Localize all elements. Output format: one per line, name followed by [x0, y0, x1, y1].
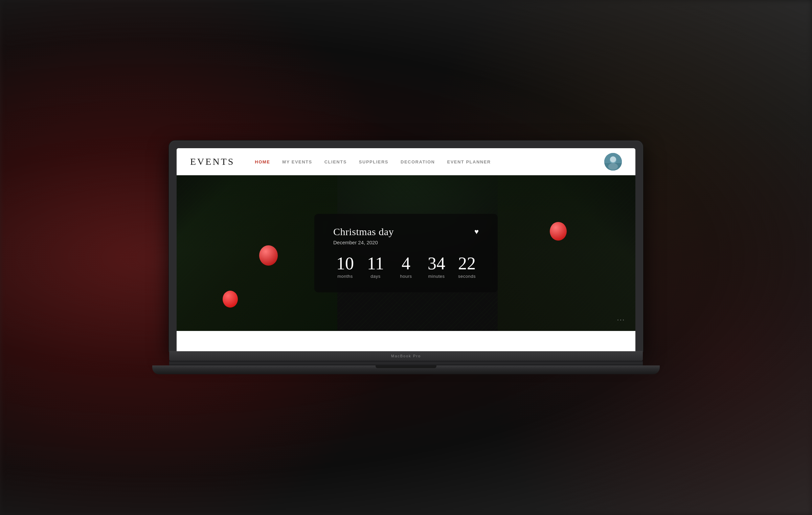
hero-section: Christmas day ♥ December 24, 2020 10 mon…: [177, 175, 635, 331]
nav-link-event-planner[interactable]: EVENT PLANNER: [447, 159, 491, 164]
brand-logo[interactable]: EVENTS: [190, 156, 234, 167]
footer-strip: [177, 331, 635, 351]
months-label: months: [337, 274, 353, 279]
laptop-frame: EVENTS HOME MY EVENTS CLIENTS SUPPLIERS: [169, 141, 643, 374]
countdown-seconds: 22 seconds: [455, 255, 479, 279]
laptop-hinge: [169, 361, 643, 365]
countdown-card: Christmas day ♥ December 24, 2020 10 mon…: [314, 214, 498, 292]
nav-link-decoration[interactable]: DECORATION: [401, 159, 435, 164]
navbar: EVENTS HOME MY EVENTS CLIENTS SUPPLIERS: [177, 148, 635, 175]
event-date: December 24, 2020: [333, 240, 479, 245]
nav-link-clients[interactable]: CLIENTS: [324, 159, 347, 164]
nav-item-event-planner[interactable]: EVENT PLANNER: [447, 159, 491, 165]
countdown-row: 10 months 11 days 4 hours 34: [333, 255, 479, 279]
nav-link-suppliers[interactable]: SUPPLIERS: [359, 159, 388, 164]
countdown-months: 10 months: [333, 255, 357, 279]
hours-label: hours: [400, 274, 412, 279]
svg-point-4: [610, 156, 616, 162]
heart-icon[interactable]: ♥: [474, 227, 479, 236]
card-header: Christmas day ♥: [333, 226, 479, 238]
seconds-value: 22: [458, 255, 476, 272]
days-label: days: [370, 274, 380, 279]
hours-value: 4: [402, 255, 410, 272]
screen-bezel: EVENTS HOME MY EVENTS CLIENTS SUPPLIERS: [169, 141, 643, 351]
user-avatar[interactable]: [604, 153, 622, 171]
countdown-minutes: 34 minutes: [425, 255, 448, 279]
ornament-2: [223, 291, 238, 308]
laptop-base: [152, 365, 660, 374]
minutes-label: minutes: [428, 274, 445, 279]
ornament-3: [550, 222, 567, 241]
nav-item-suppliers[interactable]: SUPPLIERS: [359, 159, 388, 165]
countdown-hours: 4 hours: [394, 255, 418, 279]
countdown-days: 11 days: [364, 255, 387, 279]
event-title: Christmas day: [333, 226, 394, 238]
nav-link-home[interactable]: HOME: [255, 159, 270, 164]
seconds-label: seconds: [458, 274, 476, 279]
svg-rect-6: [604, 163, 622, 171]
ornament-1: [259, 245, 278, 266]
minutes-value: 34: [428, 255, 445, 272]
three-dots-menu[interactable]: ···: [617, 316, 625, 324]
days-value: 11: [367, 255, 384, 272]
laptop-base-container: [152, 361, 660, 374]
nav-item-my-events[interactable]: MY EVENTS: [282, 159, 312, 165]
months-value: 10: [336, 255, 354, 272]
nav-links: HOME MY EVENTS CLIENTS SUPPLIERS DECORAT…: [255, 159, 604, 165]
nav-item-home[interactable]: HOME: [255, 159, 270, 165]
laptop-model: MacBook Pro: [391, 354, 421, 358]
screen-content: EVENTS HOME MY EVENTS CLIENTS SUPPLIERS: [177, 148, 635, 351]
nav-link-my-events[interactable]: MY EVENTS: [282, 159, 312, 164]
nav-item-decoration[interactable]: DECORATION: [401, 159, 435, 165]
laptop-chin: MacBook Pro: [169, 351, 643, 361]
nav-item-clients[interactable]: CLIENTS: [324, 159, 347, 165]
